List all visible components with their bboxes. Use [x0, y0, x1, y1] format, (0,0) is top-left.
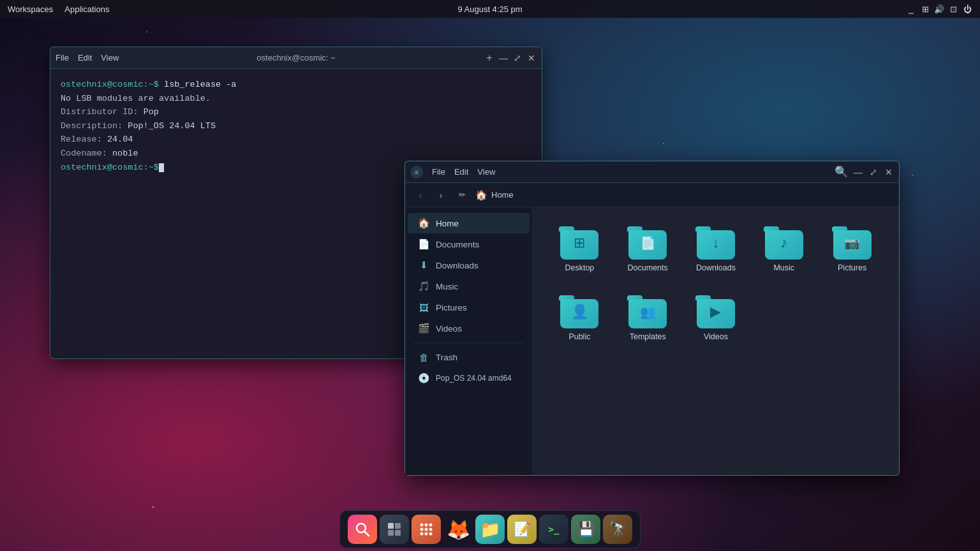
- sidebar-item-videos[interactable]: 🎬 Videos: [408, 318, 530, 339]
- sidebar-documents-label: Documents: [436, 240, 479, 249]
- terminal-menu-view[interactable]: View: [101, 53, 119, 62]
- videos-folder-icon: ▶: [695, 295, 736, 328]
- desktop-folder-icon: ⊞: [559, 226, 600, 260]
- filemanager-search-button[interactable]: 🔍: [835, 165, 848, 179]
- sidebar-divider: [413, 342, 524, 343]
- filemanager-maximize-button[interactable]: ⤢: [868, 167, 879, 177]
- folder-downloads[interactable]: ↓ Downloads: [685, 220, 748, 279]
- terminal-maximize-button[interactable]: ⤢: [512, 53, 523, 63]
- filemanager-body: 🏠 Home 📄 Documents ⬇ Downloads 🎵 Music 🖼…: [405, 207, 899, 475]
- terminal-minimize-button[interactable]: —: [498, 53, 509, 63]
- sidebar-item-downloads[interactable]: ⬇ Downloads: [408, 255, 530, 276]
- sidebar-item-home[interactable]: 🏠 Home: [408, 213, 530, 233]
- downloads-sidebar-icon: ⬇: [418, 260, 429, 271]
- folder-public[interactable]: 👤 Public: [548, 289, 611, 348]
- terminal-line-5: Release: 24.04: [61, 133, 531, 147]
- public-folder-icon: 👤: [559, 295, 600, 328]
- filemanager-menu-view[interactable]: View: [477, 167, 495, 177]
- terminal-menu-edit[interactable]: Edit: [78, 53, 92, 62]
- dock-firefox[interactable]: 🦊: [443, 515, 473, 544]
- pictures-inner-icon: 📷: [844, 235, 860, 251]
- trash-sidebar-icon: 🗑: [418, 351, 429, 363]
- svg-point-7: [425, 524, 428, 527]
- public-inner-icon: 👤: [571, 304, 588, 320]
- sidebar-downloads-label: Downloads: [436, 261, 479, 270]
- downloads-folder-label: Downloads: [688, 263, 744, 272]
- terminal-close-button[interactable]: ✕: [526, 53, 537, 63]
- sidebar-item-documents[interactable]: 📄 Documents: [408, 234, 530, 254]
- edit-path-button[interactable]: ✏: [454, 187, 470, 203]
- documents-folder-icon: 📄: [627, 226, 668, 260]
- dock-search[interactable]: [348, 515, 377, 544]
- folder-music[interactable]: ♪ Music: [752, 220, 815, 279]
- svg-point-14: [429, 533, 433, 536]
- filemanager-menu-edit[interactable]: Edit: [454, 167, 468, 177]
- svg-rect-3: [395, 523, 401, 529]
- bluetooth-icon[interactable]: ⎯: [906, 4, 916, 14]
- folder-documents[interactable]: 📄 Documents: [616, 220, 679, 279]
- svg-line-1: [365, 532, 369, 536]
- battery-icon[interactable]: ⊡: [948, 4, 958, 14]
- dock-notes[interactable]: 📝: [507, 515, 537, 544]
- svg-rect-2: [388, 523, 394, 529]
- svg-rect-4: [388, 530, 394, 536]
- applications-button[interactable]: Applications: [64, 4, 109, 14]
- home-sidebar-icon: 🏠: [418, 217, 429, 229]
- dock-files[interactable]: 📁: [475, 515, 505, 544]
- videos-sidebar-icon: 🎬: [418, 323, 429, 334]
- filemanager-minimize-button[interactable]: —: [853, 167, 863, 177]
- topbar-datetime: 9 August 4:25 pm: [457, 4, 522, 14]
- home-icon: 🏠: [475, 189, 487, 201]
- power-icon[interactable]: ⏻: [962, 4, 972, 14]
- svg-point-8: [429, 524, 433, 527]
- terminal-new-tab-button[interactable]: +: [484, 53, 494, 63]
- folder-templates[interactable]: 👥 Templates: [616, 289, 679, 348]
- audio-icon[interactable]: 🔊: [934, 4, 944, 14]
- music-sidebar-icon: 🎵: [418, 281, 429, 292]
- sidebar-videos-label: Videos: [436, 324, 462, 334]
- svg-point-9: [420, 528, 424, 531]
- folder-desktop[interactable]: ⊞ Desktop: [548, 220, 611, 279]
- terminal-menu-file[interactable]: File: [56, 53, 69, 62]
- filemanager-window-controls: 🔍 — ⤢ ✕: [835, 165, 894, 179]
- forward-button[interactable]: ›: [433, 187, 449, 203]
- workspaces-button[interactable]: Workspaces: [8, 4, 53, 14]
- music-inner-icon: ♪: [780, 235, 787, 251]
- terminal-titlebar: File Edit View ostechnix@cosmic: ~ + — ⤢…: [50, 47, 542, 69]
- documents-sidebar-icon: 📄: [418, 239, 429, 250]
- sidebar-home-label: Home: [436, 219, 459, 228]
- taskbar-dock: 🦊 📁 📝 >_ 💾 🔭: [339, 510, 641, 548]
- dock-apps[interactable]: [412, 515, 441, 544]
- pictures-folder-label: Pictures: [824, 263, 880, 272]
- folder-videos[interactable]: ▶ Videos: [685, 289, 748, 348]
- system-tray: ⎯ ⊞ 🔊 ⊡ ⏻: [906, 4, 972, 14]
- filemanager-menu: ≡ File Edit View: [410, 166, 495, 179]
- filemanager-sidebar: 🏠 Home 📄 Documents ⬇ Downloads 🎵 Music 🖼…: [405, 207, 533, 475]
- terminal-menu: File Edit View: [56, 53, 119, 62]
- dock-popsicle[interactable]: 💾: [571, 515, 600, 544]
- terminal-line-6: Codename: noble: [61, 147, 531, 161]
- sidebar-item-drive[interactable]: 💿 Pop_OS 24.04 amd64: [408, 368, 530, 388]
- sidebar-item-music[interactable]: 🎵 Music: [408, 276, 530, 297]
- videos-folder-label: Videos: [688, 332, 744, 341]
- folder-pictures[interactable]: 📷 Pictures: [820, 220, 884, 279]
- downloads-inner-icon: ↓: [712, 235, 719, 251]
- terminal-line-3: Distributor ID: Pop: [61, 105, 531, 119]
- dock-workspaces[interactable]: [380, 515, 409, 544]
- dock-magnifier[interactable]: 🔭: [603, 515, 632, 544]
- templates-inner-icon: 👥: [640, 304, 656, 320]
- path-home-label[interactable]: Home: [491, 190, 514, 200]
- back-button[interactable]: ‹: [413, 187, 428, 203]
- filemanager-menu-file[interactable]: File: [432, 167, 445, 177]
- dock-terminal[interactable]: >_: [539, 515, 568, 544]
- documents-inner-icon: 📄: [640, 235, 656, 251]
- filemanager-close-button[interactable]: ✕: [884, 167, 894, 177]
- sidebar-item-trash[interactable]: 🗑 Trash: [408, 347, 530, 367]
- topbar: Workspaces Applications 9 August 4:25 pm…: [0, 0, 980, 18]
- sidebar-item-pictures[interactable]: 🖼 Pictures: [408, 297, 530, 318]
- filemanager-toolbar: ‹ › ✏ 🏠 Home: [405, 183, 899, 207]
- breadcrumb-path: 🏠 Home: [475, 189, 514, 201]
- filemanager-app-icon: ≡: [410, 166, 423, 179]
- sidebar-trash-label: Trash: [436, 353, 457, 362]
- network-icon[interactable]: ⊞: [920, 4, 930, 14]
